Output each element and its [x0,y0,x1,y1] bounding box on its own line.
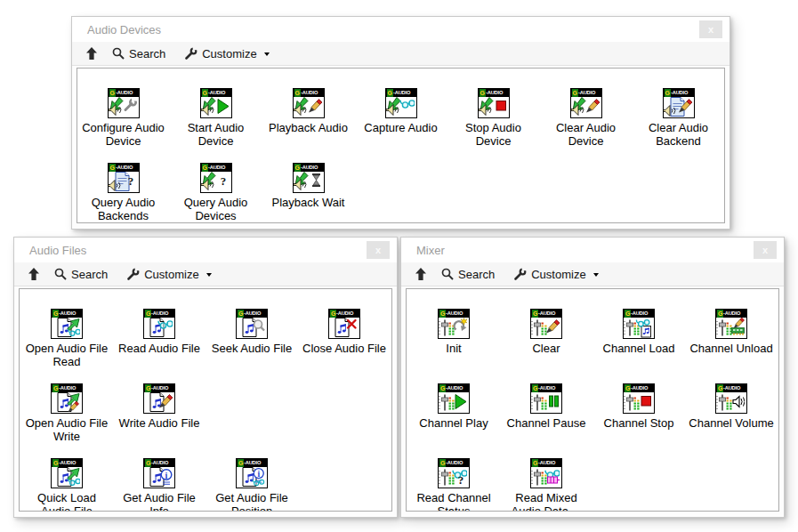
palette-item-configure-audio-device[interactable]: G-AUDIOConfigure Audio Device [77,88,170,163]
title-bar[interactable]: Audio Files x [14,238,397,262]
palette-item-clear-audio-backend[interactable]: G-AUDIOClear Audio Backend [633,88,725,163]
banner-audio: -AUDIO [244,310,261,318]
palette-item-label: Channel Stop [604,416,674,430]
banner-g: G [665,89,671,97]
musicfile-xmark-icon [329,318,358,338]
svg-text:i: i [165,471,168,480]
musicfile-glasses-icon [144,318,173,338]
palette-item-close-audio-file[interactable]: G-AUDIOClose Audio File [298,309,391,383]
palette-item-get-audio-file-info[interactable]: G-AUDIOiGet Audio File Info [113,458,206,512]
palette-item-label: Capture Audio [364,121,437,134]
palette-item-query-audio-backends[interactable]: G-AUDIO?Query Audio Backends [77,163,170,223]
banner-audio: -AUDIO [723,384,740,392]
banner-g: G [294,164,301,172]
palette-item-label: Get Audio File Info [115,491,205,512]
palette-panel: G-AUDIOOpen Audio File ReadG-AUDIORead A… [19,288,392,512]
customize-button[interactable]: Customize [127,268,211,281]
g-audio-banner: G-AUDIO [109,89,139,97]
vi-icon-frame: G-AUDIO [438,383,470,414]
vi-icon-frame: G-AUDIO [623,383,655,414]
palette-item-clear[interactable]: G-AUDIOClear [500,309,592,383]
title-bar[interactable]: Mixer x [401,238,784,262]
g-audio-banner: G-AUDIO [571,89,601,97]
g-audio-banner: G-AUDIO [237,459,267,467]
toolbar: Search Customize [401,262,784,286]
g-audio-banner: G-AUDIO [479,89,509,97]
window-title: Audio Devices [87,23,161,36]
palette-item-read-mixed-audio-data[interactable]: G-AUDIORead Mixed Audio Data ... [500,458,592,512]
search-label: Search [129,47,165,60]
search-button[interactable]: Search [54,268,108,281]
customize-button[interactable]: Customize [185,47,269,60]
palette-item-label: Quick Load Audio File [22,491,112,512]
palette-item-capture-audio[interactable]: G-AUDIOCapture Audio [355,88,447,163]
svg-text:?: ? [220,174,226,188]
palette-item-label: Write Audio File [119,416,200,430]
palette-item-seek-audio-file[interactable]: G-AUDIOSeek Audio File [206,309,298,383]
palette-item-query-audio-devices[interactable]: G-AUDIO?Query Audio Devices [170,163,262,223]
search-label: Search [458,268,495,281]
banner-audio: -AUDIO [631,310,648,318]
svg-text:i: i [257,470,260,479]
close-button[interactable]: x [699,20,722,38]
palette-item-label: Clear Audio Device [541,121,631,148]
palette-item-stop-audio-device[interactable]: G-AUDIOStop Audio Device [447,88,540,163]
palette-item-channel-stop[interactable]: G-AUDIOChannel Stop [592,383,685,458]
up-button[interactable] [28,268,40,280]
window-mixer: Mixer x Search [400,237,785,518]
palette-item-open-audio-file-write[interactable]: G-AUDIOOpen Audio File Write [20,383,113,458]
close-button[interactable]: x [367,241,390,259]
g-audio-banner: G-AUDIO [531,384,561,392]
vi-icon-frame: G-AUDIO [530,309,562,339]
up-button[interactable] [85,47,98,60]
banner-audio: -AUDIO [59,310,76,318]
palette-item-write-audio-file[interactable]: G-AUDIOWrite Audio File [113,383,206,458]
palette-item-read-audio-file[interactable]: G-AUDIORead Audio File [113,309,206,383]
close-button[interactable]: x [754,241,777,259]
doc-speaker-question-icon: ? [109,172,137,192]
palette-item-start-audio-device[interactable]: G-AUDIOStart Audio Device [170,88,262,163]
palette-item-get-audio-file-position[interactable]: G-AUDIOiGet Audio File Position [206,458,298,512]
banner-g: G [387,89,393,97]
g-audio-banner: G-AUDIO [531,310,561,318]
g-audio-banner: G-AUDIO [664,89,694,97]
title-bar[interactable]: Audio Devices x [72,17,729,42]
g-audio-banner: G-AUDIO [624,310,654,318]
palette-item-label: Playback Audio [269,121,348,134]
palette-item-init[interactable]: G-AUDIOInit [407,309,500,383]
palette-item-label: Channel Pause [507,416,586,430]
search-icon [112,47,125,60]
mixer-ram-pencil-icon [716,318,745,338]
palette-item-quick-load-audio-file[interactable]: G-AUDIOQuick Load Audio File [20,458,113,512]
palette-item-channel-volume[interactable]: G-AUDIOChannel Volume [685,383,778,458]
customize-button[interactable]: Customize [514,268,598,281]
palette-item-open-audio-file-read[interactable]: G-AUDIOOpen Audio File Read [20,309,113,383]
palette-item-label: Read Audio File [118,342,200,355]
palette-item-label: Query Audio Devices [171,196,261,222]
palette-item-playback-wait[interactable]: G-AUDIOPlayback Wait [262,163,355,223]
search-button[interactable]: Search [112,47,165,60]
g-audio-banner: G-AUDIO [439,310,469,318]
g-audio-banner: G-AUDIO [329,310,359,318]
speaker-play-icon [201,97,230,117]
vi-icon-frame: G-AUDIO [715,309,747,339]
search-button[interactable]: Search [441,268,495,281]
palette-item-label: Open Audio File Write [22,416,112,443]
musicfile-arrow-glasses-icon [52,467,80,488]
palette-item-label: Channel Unload [689,342,772,355]
up-arrow-icon [85,47,98,60]
palette-item-clear-audio-device[interactable]: G-AUDIOClear Audio Device [540,88,633,163]
g-audio-banner: G-AUDIO [716,310,746,318]
banner-audio: -AUDIO [151,310,168,318]
palette-item-label: Start Audio Device [171,121,261,148]
palette-item-read-channel-status[interactable]: G-AUDIO?Read Channel Status [407,458,500,512]
up-button[interactable] [415,268,427,280]
palette-item-playback-audio[interactable]: G-AUDIOPlayback Audio [262,88,355,163]
palette-item-channel-unload[interactable]: G-AUDIOChannel Unload [685,309,778,383]
palette-item-channel-play[interactable]: G-AUDIOChannel Play [407,383,500,458]
musicfile-arrow-pencil-icon [52,392,80,413]
palette-item-channel-load[interactable]: G-AUDIOChannel Load [592,309,685,383]
customize-label: Customize [202,47,256,60]
palette-item-channel-pause[interactable]: G-AUDIOChannel Pause [500,383,592,458]
customize-label: Customize [531,268,585,281]
